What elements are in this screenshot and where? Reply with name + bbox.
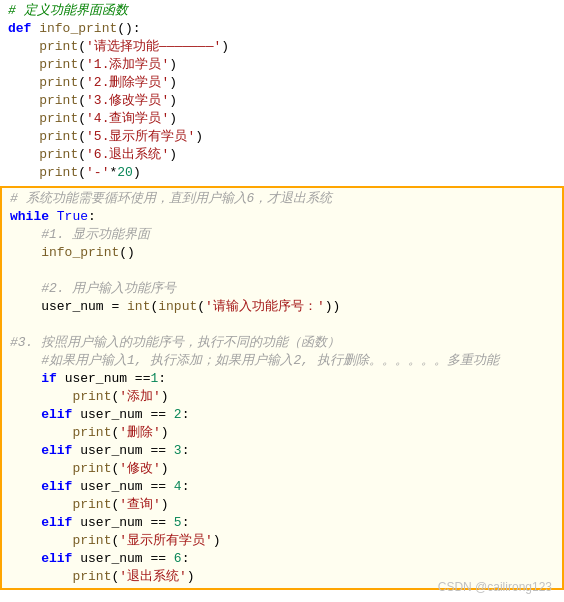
line-print2: print('1.添加学员') (0, 56, 564, 74)
top-comment-text: # 定义功能界面函数 (8, 3, 128, 18)
line-comment4: #如果用户输入1, 执行添加；如果用户输入2, 执行删除。。。。。。多重功能 (2, 352, 562, 370)
line-elif2: elif user_num == 3: (2, 442, 562, 460)
line-print5: print('4.查询学员') (0, 110, 564, 128)
line-elif3-body: print('查询') (2, 496, 562, 514)
line-user-num: user_num = int(input('请输入功能序号：')) (2, 298, 562, 316)
line-if: if user_num ==1: (2, 370, 562, 388)
line-info-call: info_print() (2, 244, 562, 262)
line-print4: print('3.修改学员') (0, 92, 564, 110)
line-while: while True: (2, 208, 562, 226)
line-print6: print('5.显示所有学员') (0, 128, 564, 146)
line-comment3: #3. 按照用户输入的功能序号，执行不同的功能（函数） (2, 334, 562, 352)
line-elif4-body: print('显示所有学员') (2, 532, 562, 550)
highlighted-block: # 系统功能需要循环使用，直到用户输入6，才退出系统 while True: #… (0, 186, 564, 590)
line-comment-input: #2. 用户输入功能序号 (2, 280, 562, 298)
top-section: # 定义功能界面函数 def info_print(): print('请选择功… (0, 0, 564, 184)
line-elif1-body: print('删除') (2, 424, 562, 442)
line-comment-display: #1. 显示功能界面 (2, 226, 562, 244)
line-comment-top: # 定义功能界面函数 (0, 2, 564, 20)
line-print1: print('请选择功能———————') (0, 38, 564, 56)
line-elif2-body: print('修改') (2, 460, 562, 478)
line-elif1: elif user_num == 2: (2, 406, 562, 424)
code-editor: # 定义功能界面函数 def info_print(): print('请选择功… (0, 0, 564, 602)
line-print7: print('6.退出系统') (0, 146, 564, 164)
line-blank2 (2, 316, 562, 334)
line-elif5: elif user_num == 6: (2, 550, 562, 568)
line-if-body: print('添加') (2, 388, 562, 406)
line-block-comment: # 系统功能需要循环使用，直到用户输入6，才退出系统 (2, 190, 562, 208)
line-blank1 (2, 262, 562, 280)
line-elif4: elif user_num == 5: (2, 514, 562, 532)
line-print8: print('-'*20) (0, 164, 564, 182)
line-print3: print('2.删除学员') (0, 74, 564, 92)
line-def: def info_print(): (0, 20, 564, 38)
line-elif3: elif user_num == 4: (2, 478, 562, 496)
watermark: CSDN @cailirong123 (438, 580, 552, 594)
